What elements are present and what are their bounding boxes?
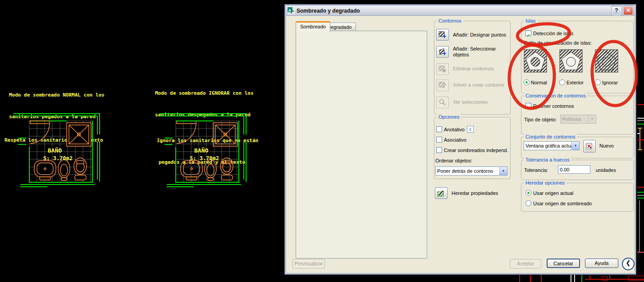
tipo-objeto-value: Polilínea: [561, 116, 588, 122]
tipo-objeto-label: Tipo de objeto:: [524, 117, 557, 122]
island-ignore-label: Ignorar: [602, 80, 618, 85]
deteccion-islas-checkbox[interactable]: [525, 30, 531, 36]
room-label: BAÑO: [48, 147, 62, 154]
group-conjunto: Conjunto de contornos: [524, 134, 577, 139]
island-exterior-radio[interactable]: [559, 79, 565, 85]
deteccion-islas-label: Detección de islas: [533, 31, 573, 36]
app-icon: A: [288, 7, 295, 14]
group-opciones: Opciones: [437, 114, 461, 120]
heredar-usar-origen-sombreado-label: Usar origen de sombreado: [533, 201, 592, 206]
remove-boundaries-button: [436, 63, 449, 75]
add-select-objects-icon: [438, 48, 447, 55]
add-pick-points-icon: [438, 31, 447, 38]
group-tolerancia: Tolerancia a huecos: [524, 157, 571, 162]
tipo-objeto-combo: Polilínea ▾: [560, 115, 596, 124]
note-line: Modo de sombreado IGNORAR con los: [155, 90, 258, 97]
recreate-boundary-label: Volver a crear contorno: [453, 82, 509, 88]
anotativo-label: Anotativo: [444, 127, 465, 132]
match-properties-icon: [437, 190, 445, 197]
new-boundary-set-icon: [585, 143, 594, 150]
tab-sombreado[interactable]: Sombreado: [296, 21, 330, 32]
ordenar-objetos-label: Ordenar objetos:: [435, 158, 472, 163]
aceptar-button: Aceptar: [510, 259, 541, 268]
island-style-ignore-image[interactable]: [595, 49, 618, 73]
autocad-screen: Modo de sombreado NORMAL con los sanitar…: [0, 0, 644, 282]
conjunto-contornos-value: Ventana gráfica actual: [524, 143, 571, 148]
note-line: Modo de sombreado NORMAL con los: [9, 92, 105, 99]
ordenar-objetos-value: Poner detrás de contorno: [436, 168, 499, 174]
retener-contornos-checkbox[interactable]: [525, 103, 531, 109]
close-icon[interactable]: ✕: [623, 6, 633, 15]
dropdown-arrow-icon[interactable]: ▾: [571, 142, 579, 150]
dialog-titlebar[interactable]: A Sombreado y degradado ? ✕: [286, 6, 635, 16]
retener-contornos-label: Retener contornos: [533, 103, 574, 109]
view-selections-button: [436, 97, 449, 108]
heredar-propiedades-button[interactable]: [435, 187, 448, 199]
hatch-gradient-dialog: A Sombreado y degradado ? ✕ Sombreado De…: [285, 5, 636, 274]
island-exterior-label: Exterior: [566, 80, 584, 85]
island-style-normal-image[interactable]: [524, 49, 547, 73]
island-normal-label: Normal: [531, 80, 547, 85]
svg-text:A: A: [288, 8, 292, 12]
recreate-boundary-button: [436, 79, 449, 91]
bathroom-plan-normal: BAÑO S: 3.70m2: [5, 111, 117, 199]
room-area-label: S: 3.70m2: [43, 155, 73, 162]
add-select-objects-label: Añadir: Seleccionar objetos: [453, 46, 502, 58]
unidades-label: unidades: [596, 167, 616, 173]
collapse-dialog-button[interactable]: ❮: [622, 258, 635, 270]
heredar-usar-origen-actual-radio[interactable]: [525, 190, 531, 196]
asociativo-label: Asociativo: [444, 137, 466, 143]
add-select-objects-button[interactable]: [436, 46, 449, 58]
ayuda-button[interactable]: Ayuda: [585, 259, 618, 268]
bathroom-plan-ignore: BAÑO S: 3.70m2: [151, 111, 264, 199]
group-islas: Islas: [524, 18, 537, 23]
dropdown-arrow-icon: ▾: [588, 115, 596, 123]
island-normal-radio[interactable]: [524, 79, 530, 85]
heredar-usar-origen-sombreado-radio[interactable]: [525, 200, 531, 206]
heredar-usar-origen-actual-label: Usar origen actual: [533, 190, 573, 196]
info-icon[interactable]: i: [467, 126, 474, 133]
tab-page-sombreado: [296, 31, 427, 259]
anotativo-checkbox[interactable]: [436, 126, 442, 132]
previsualizar-button: Previsualizar: [292, 259, 325, 268]
cancelar-button[interactable]: Cancelar: [547, 259, 580, 268]
recreate-boundary-icon: [438, 82, 447, 89]
conjunto-contornos-combo[interactable]: Ventana gráfica actual ▾: [524, 141, 580, 150]
estilo-islas-label: Estilo de visualización de islas:: [524, 40, 592, 46]
group-heredar-opciones: Heredar opciones: [524, 180, 566, 185]
group-conservacion: Conservación de contornos: [524, 93, 587, 98]
tolerancia-label: Tolerancia:: [524, 167, 548, 173]
help-icon[interactable]: ?: [612, 6, 621, 15]
tolerancia-input[interactable]: [558, 165, 590, 174]
island-style-exterior-image[interactable]: [559, 49, 583, 73]
add-pick-points-label: Añadir: Designar puntos: [453, 32, 507, 38]
crear-sombreados-label: Crear sombreados independ.: [444, 148, 508, 153]
dialog-title: Sombreado y degradado: [297, 8, 610, 14]
remove-boundaries-label: Eliminar contornos: [453, 66, 507, 72]
add-pick-points-button[interactable]: [436, 29, 449, 41]
group-contornos: Contornos: [437, 18, 463, 23]
nuevo-conjunto-button[interactable]: [583, 140, 596, 153]
island-ignore-radio[interactable]: [595, 79, 601, 85]
remove-boundaries-icon: [438, 65, 447, 73]
room-area-label: S: 3.70m2: [190, 155, 219, 162]
nuevo-label: Nuevo: [599, 143, 614, 148]
heredar-propiedades-label: Heredar propiedades: [452, 190, 498, 196]
dropdown-arrow-icon[interactable]: ▾: [499, 167, 507, 175]
ordenar-objetos-combo[interactable]: Poner detrás de contorno ▾: [435, 166, 507, 176]
magnifier-icon: [438, 99, 447, 106]
crear-sombreados-checkbox[interactable]: [436, 147, 442, 153]
asociativo-checkbox[interactable]: [436, 137, 442, 143]
view-selections-label: Ver selecciones: [453, 99, 507, 105]
room-label: BAÑO: [194, 147, 208, 154]
